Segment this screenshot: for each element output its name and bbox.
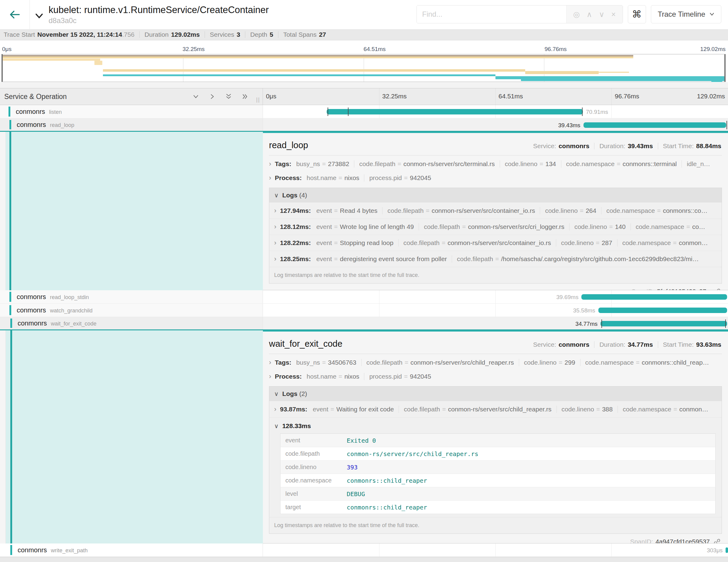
span-row-listen[interactable]: conmonrslisten 70.91ms xyxy=(0,105,728,118)
span-accent xyxy=(10,318,12,328)
timeline-tick: 32.25ms xyxy=(382,93,407,100)
spanid-row: SpanID: 4a947cfd1ce59537 xyxy=(269,534,722,543)
span-bar[interactable] xyxy=(327,109,583,114)
chevron-right-icon: › xyxy=(269,373,271,380)
span-detail-read-loop: read_loop Service:conmonrs Duration:39.4… xyxy=(0,132,728,290)
view-selector-button[interactable]: Trace Timeline xyxy=(651,5,722,23)
span-bar[interactable] xyxy=(600,321,727,326)
spanid-row: SpanID: 5faf48165428c37a xyxy=(269,284,722,290)
depth-value: 5 xyxy=(270,31,273,38)
detail-title: read_loop xyxy=(269,140,308,150)
log-row[interactable]: › 128.12ms: event=Wrote log line of leng… xyxy=(269,219,722,235)
span-rows: conmonrslisten 70.91ms conmonrsread_loop… xyxy=(0,105,728,557)
timeline-tick: 129.02ms xyxy=(697,93,725,100)
span-row-watch-grandchild[interactable]: conmonrswatch_grandchild 35.58ms xyxy=(0,304,728,317)
collapse-one-icon[interactable] xyxy=(192,93,199,100)
find-input[interactable] xyxy=(417,5,566,23)
service-name: conmonrs xyxy=(17,306,46,314)
span-row-write-exit-path[interactable]: conmonrswrite_exit_path 303μs xyxy=(0,543,728,557)
column-resizer[interactable]: || xyxy=(256,97,260,103)
operation-name: wait_for_exit_code xyxy=(51,321,97,327)
back-button[interactable] xyxy=(0,0,30,29)
span-detail-wait-for-exit-code: wait_for_exit_code Service:conmonrs Dura… xyxy=(0,330,728,543)
process-row[interactable]: › Process: host.name=nixosprocess.pid=94… xyxy=(269,368,722,382)
prev-result-icon[interactable]: ∧ xyxy=(587,11,592,18)
view-selector-label: Trace Timeline xyxy=(658,10,706,19)
span-bar[interactable] xyxy=(726,547,728,553)
span-row-wait-for-exit-code[interactable]: conmonrswait_for_exit_code 34.77ms xyxy=(0,317,728,330)
log-field-row: level DEBUG xyxy=(281,487,715,500)
log-row[interactable]: › 128.22ms: event=Stopping read loopcode… xyxy=(269,235,722,251)
tags-row[interactable]: › Tags: busy_ns=273882code.filepath=conm… xyxy=(269,155,722,169)
minimap-tick: 96.76ms xyxy=(545,46,567,53)
minimap-span-bar xyxy=(521,79,724,81)
tags-row[interactable]: › Tags: busy_ns=34506763code.filepath=co… xyxy=(269,354,722,368)
span-bar[interactable] xyxy=(583,122,726,128)
collapse-header-icon[interactable] xyxy=(35,12,44,21)
match-target-icon[interactable]: ◎ xyxy=(573,11,580,18)
timeline-tick: 0μs xyxy=(266,93,276,100)
process-row[interactable]: › Process: host.name=nixosprocess.pid=94… xyxy=(269,169,722,183)
chevron-right-icon: › xyxy=(274,255,276,263)
trace-start-label: Trace Start xyxy=(4,31,35,38)
link-icon[interactable] xyxy=(713,288,721,290)
log-row[interactable]: › 128.25ms: event=deregistering event so… xyxy=(269,251,722,267)
minimap-span-bar xyxy=(3,56,633,58)
total-spans-value: 27 xyxy=(319,31,326,38)
span-duration: 39.69ms xyxy=(556,294,579,301)
expanded-log-header[interactable]: ∨ 128.33ms xyxy=(269,417,722,433)
operation-name: read_loop_stdin xyxy=(50,294,89,300)
find-controls: ◎ ∧ ∨ × xyxy=(566,5,623,23)
log-note: Log timestamps are relative to the start… xyxy=(269,267,722,283)
log-marker xyxy=(348,107,349,116)
span-bar[interactable] xyxy=(598,308,727,313)
trace-start-value: November 15 2022, 11:24:14.756 xyxy=(37,31,134,38)
span-row-read-loop[interactable]: conmonrsread_loop 39.43ms xyxy=(0,118,728,132)
next-result-icon[interactable]: ∨ xyxy=(599,11,604,18)
detail-left-gutter xyxy=(0,132,263,290)
chevron-down-icon: ∨ xyxy=(274,192,279,199)
log-row[interactable]: › 93.87ms: event=Waiting for exit codeco… xyxy=(269,401,722,417)
divider xyxy=(278,31,278,38)
depth-guide xyxy=(10,330,12,543)
chevron-right-icon: › xyxy=(269,174,271,182)
logs-header[interactable]: ∨ Logs(2) xyxy=(269,387,722,401)
minimap-span-bar xyxy=(3,59,100,61)
operation-name: watch_grandchild xyxy=(50,308,93,314)
minimap-span-bar xyxy=(599,72,629,73)
minimap-tick: 129.02ms xyxy=(700,46,726,53)
minimap-axis: 0μs 32.25ms 64.51ms 96.76ms 129.02ms xyxy=(2,46,726,54)
minimap-gridline xyxy=(364,54,364,82)
minimap-canvas[interactable] xyxy=(2,54,726,82)
span-accent xyxy=(9,305,11,315)
chevron-right-icon: › xyxy=(274,207,276,215)
chevron-right-icon: › xyxy=(274,239,276,247)
chevron-down-icon: ∨ xyxy=(274,422,279,430)
link-icon[interactable] xyxy=(713,538,721,543)
span-row-read-loop-stdin[interactable]: conmonrsread_loop_stdin 39.69ms xyxy=(0,290,728,304)
timeline-header: Service & Operation || 0μs 32.25ms 64.51… xyxy=(0,88,728,105)
expand-one-icon[interactable] xyxy=(209,93,216,100)
log-note: Log timestamps are relative to the start… xyxy=(269,517,722,533)
span-accent xyxy=(9,292,11,302)
expand-all-icon[interactable] xyxy=(241,93,249,100)
minimap-tick: 0μs xyxy=(2,46,12,53)
chevron-right-icon: › xyxy=(269,359,271,366)
minimap-span-bar xyxy=(103,74,495,76)
keyboard-shortcuts-button[interactable]: ⌘ xyxy=(628,5,646,23)
log-row[interactable]: › 127.94ms: event=Read 4 bytescode.filep… xyxy=(269,203,722,219)
operation-name: write_exit_path xyxy=(51,547,88,553)
span-bar[interactable] xyxy=(581,294,727,300)
collapse-all-icon[interactable] xyxy=(225,93,232,100)
service-name: conmonrs xyxy=(17,293,46,301)
service-operation-title: Service & Operation xyxy=(4,93,67,101)
minimap-span-bar xyxy=(711,81,722,82)
minimap-span-bar xyxy=(525,71,599,74)
trace-summary-bar: Trace Start November 15 2022, 11:24:14.7… xyxy=(0,29,728,40)
timeline-tick: 96.76ms xyxy=(615,93,639,100)
clear-find-icon[interactable]: × xyxy=(611,11,616,18)
logs-header[interactable]: ∨ Logs(4) xyxy=(269,188,722,203)
span-accent xyxy=(9,120,11,129)
trace-title: kubelet: runtime.v1.RuntimeService/Creat… xyxy=(49,5,269,15)
service-name: conmonrs xyxy=(18,319,47,327)
